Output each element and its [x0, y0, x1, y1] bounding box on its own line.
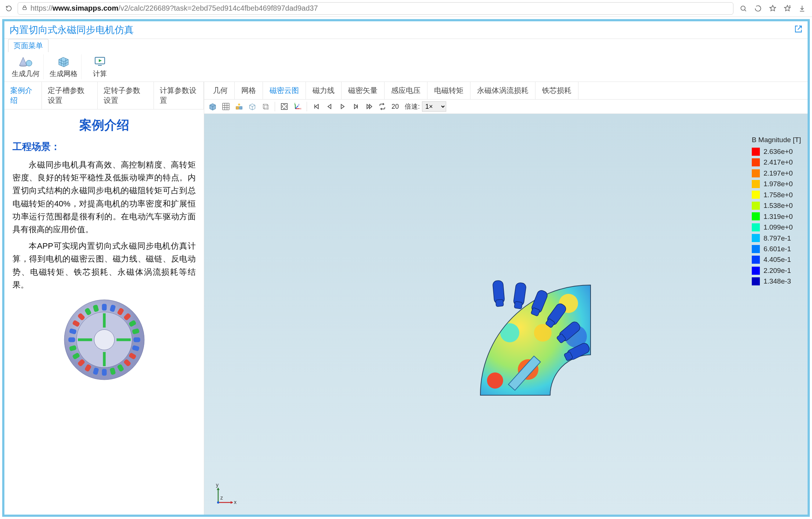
legend-swatch — [752, 267, 760, 275]
legend-swatch — [752, 202, 760, 210]
url-text: https://www.simapps.com/v2/calc/226689?t… — [30, 4, 729, 12]
legend-swatch — [752, 212, 760, 220]
color-legend: B Magnitude [T] 2.636e+02.417e+02.197e+0… — [752, 136, 801, 287]
legend-swatch — [752, 223, 760, 231]
speed-select[interactable]: 0.5×1×2×4× — [422, 101, 446, 112]
svg-marker-66 — [231, 501, 233, 504]
legend-row: 1.099e+0 — [752, 222, 801, 233]
ribbon-tab-page-menu[interactable]: 页面菜单 — [8, 39, 48, 52]
ribbon-label: 生成几何 — [12, 69, 40, 79]
left-tab-calc-params[interactable]: 计算参数设置 — [154, 82, 204, 109]
svg-point-38 — [238, 104, 240, 106]
legend-value: 8.797e-1 — [764, 233, 791, 244]
svg-point-50 — [500, 323, 519, 342]
play-first-icon[interactable] — [311, 101, 322, 112]
play-next-icon[interactable] — [350, 101, 361, 112]
rtab-b-cloud[interactable]: 磁密云图 — [263, 82, 306, 99]
legend-value: 4.405e-1 — [764, 254, 791, 265]
rtab-emf[interactable]: 感应电压 — [385, 82, 427, 99]
svg-text:y: y — [216, 482, 219, 488]
legend-value: 1.319e+0 — [764, 211, 793, 222]
svg-rect-33 — [116, 338, 131, 341]
rtab-pm-eddy[interactable]: 永磁体涡流损耗 — [470, 82, 535, 99]
play-icon[interactable] — [337, 101, 348, 112]
left-panel: 案例介绍 定子槽参数设置 定转子参数设置 计算参数设置 案例介绍 工程场景： 永… — [4, 82, 204, 515]
favorite-star-icon[interactable] — [768, 4, 777, 13]
svg-rect-32 — [103, 313, 105, 328]
rtab-core-loss[interactable]: 铁芯损耗 — [535, 82, 578, 99]
legend-value: 2.197e+0 — [764, 168, 793, 179]
svg-text:z: z — [220, 495, 223, 501]
svg-rect-26 — [68, 337, 75, 342]
field-plot — [414, 223, 605, 415]
svg-rect-55 — [514, 301, 522, 309]
svg-point-7 — [94, 329, 114, 350]
svg-rect-36 — [236, 107, 239, 109]
ribbon-label: 计算 — [93, 69, 107, 79]
browser-actions — [737, 4, 808, 13]
left-tab-stator-slot[interactable]: 定子槽参数设置 — [42, 82, 98, 109]
intro-paragraph-1: 永磁同步电机具有高效、高控制精度、高转矩密度、良好的转矩平稳性及低振动噪声的特点… — [12, 158, 196, 236]
svg-point-47 — [487, 372, 503, 389]
subsection-title: 工程场景： — [12, 140, 196, 153]
reload-icon[interactable] — [753, 4, 763, 13]
legend-swatch — [752, 245, 760, 253]
legend-swatch — [752, 256, 760, 264]
rtab-geometry[interactable]: 几何 — [206, 82, 235, 99]
ribbon-gen-mesh[interactable]: 生成网格 — [46, 54, 82, 79]
viewport[interactable]: B Magnitude [T] 2.636e+02.417e+02.197e+0… — [204, 114, 808, 515]
transparency-icon[interactable] — [247, 101, 258, 112]
grid-icon[interactable] — [220, 101, 231, 112]
legend-swatch — [752, 180, 760, 188]
workspace: 案例介绍 定子槽参数设置 定转子参数设置 计算参数设置 案例介绍 工程场景： 永… — [4, 82, 808, 515]
legend-value: 1.099e+0 — [764, 222, 793, 233]
viewport-toolbar: yxz 20 倍速: 0.5×1×2×4× — [204, 100, 808, 114]
svg-text:x: x — [234, 499, 237, 505]
left-tabs: 案例介绍 定子槽参数设置 定转子参数设置 计算参数设置 — [4, 82, 204, 109]
left-tab-rotor-stator[interactable]: 定转子参数设置 — [98, 82, 154, 109]
intro-paragraph-2: 本APP可实现内置切向式永磁同步电机仿真计算，得到电机的磁密云图、磁力线、磁链、… — [12, 239, 196, 291]
legend-value: 1.978e+0 — [764, 179, 793, 189]
loop-icon[interactable] — [377, 101, 388, 112]
legend-swatch — [752, 169, 760, 177]
legend-swatch — [752, 158, 760, 166]
motor-illustration — [12, 296, 196, 384]
axis-triad: x y z — [211, 482, 240, 509]
legend-value: 2.417e+0 — [764, 157, 793, 167]
legend-swatch — [752, 277, 760, 285]
svg-point-69 — [217, 501, 219, 504]
open-external-icon[interactable] — [794, 25, 802, 35]
left-tab-case-intro[interactable]: 案例介绍 — [4, 82, 42, 109]
svg-rect-37 — [239, 107, 242, 109]
view-cube-icon[interactable] — [207, 101, 218, 112]
refresh-button[interactable] — [4, 3, 14, 14]
rtab-torque[interactable]: 电磁转矩 — [427, 82, 470, 99]
rtab-mesh[interactable]: 网格 — [235, 82, 263, 99]
play-last-icon[interactable] — [364, 101, 375, 112]
cone-sphere-icon — [18, 55, 33, 68]
legend-value: 2.209e-1 — [764, 265, 791, 276]
mesh-cube-icon — [56, 55, 71, 68]
rtab-flux-lines[interactable]: 磁力线 — [306, 82, 342, 99]
play-prev-icon[interactable] — [324, 101, 335, 112]
axis-triad-icon[interactable]: yxz — [292, 101, 303, 112]
downloads-icon[interactable] — [797, 4, 807, 13]
favorites-add-icon[interactable] — [783, 4, 792, 13]
frame-number: 20 — [390, 103, 400, 111]
app-title: 内置切向式永磁同步电机仿真 — [10, 24, 134, 36]
url-field[interactable]: https://www.simapps.com/v2/calc/226689?t… — [18, 2, 733, 15]
right-panel: 几何 网格 磁密云图 磁力线 磁密矢量 感应电压 电磁转矩 永磁体涡流损耗 铁芯… — [204, 82, 808, 515]
ribbon-gen-geom[interactable]: 生成几何 — [8, 54, 44, 79]
app-frame: 内置切向式永磁同步电机仿真 页面菜单 生成几何 生成网格 — [2, 19, 810, 517]
legend-row: 4.405e-1 — [752, 254, 801, 265]
result-tabs: 几何 网格 磁密云图 磁力线 磁密矢量 感应电压 电磁转矩 永磁体涡流损耗 铁芯… — [204, 82, 808, 100]
legend-row: 6.601e-1 — [752, 244, 801, 254]
zoom-icon[interactable] — [739, 4, 748, 13]
rtab-b-vector[interactable]: 磁密矢量 — [342, 82, 385, 99]
legend-row: 8.797e-1 — [752, 233, 801, 244]
legend-value: 1.538e+0 — [764, 200, 793, 211]
scene-light-icon[interactable] — [234, 101, 245, 112]
ribbon-compute[interactable]: 计算 — [84, 54, 116, 79]
zoom-extents-icon[interactable] — [279, 101, 290, 112]
wire-cube-icon[interactable] — [260, 101, 271, 112]
